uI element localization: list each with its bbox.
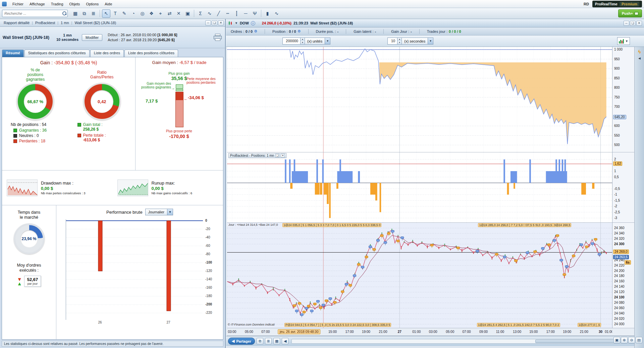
- vertical-line-icon[interactable]: ┋: [232, 9, 241, 18]
- tab-statistiques-des-positions-cl-tur-es[interactable]: Statistiques des positions clôturées: [24, 50, 90, 57]
- menu-fichier[interactable]: Fichier: [9, 1, 26, 7]
- chart-restore-button[interactable]: ❏: [630, 21, 636, 26]
- x-tick: 07:00: [261, 330, 270, 334]
- alarm-icon[interactable]: ◔: [129, 9, 138, 18]
- winrate-title: % de positions gagnantes: [2, 67, 69, 82]
- chart-type-button[interactable]: ▼: [617, 37, 630, 45]
- zoom-out-icon[interactable]: ⊖: [628, 337, 635, 343]
- symbol-label[interactable]: DOW: [240, 21, 249, 25]
- segment-icon[interactable]: ─: [241, 9, 250, 18]
- new-chart-icon[interactable]: ▦: [71, 9, 79, 18]
- candles-icon[interactable]: ▮: [263, 9, 272, 18]
- quantity-stepper[interactable]: 200000 ▲▼: [282, 38, 305, 45]
- chart-scrollbar[interactable]: [291, 339, 641, 344]
- day-high-low-label: Jour : +Haut 24 314,5 +Bas 24 147,0: [228, 223, 278, 226]
- objects-icon[interactable]: ❖: [147, 9, 156, 18]
- search-box[interactable]: [2, 10, 68, 17]
- fast-order-icon[interactable]: ϟ: [638, 49, 641, 55]
- quantity-up-icon[interactable]: ▲: [301, 38, 305, 41]
- close-button[interactable]: ✕: [218, 20, 224, 25]
- search-input[interactable]: [2, 10, 68, 17]
- popout-icon[interactable]: ❏: [275, 154, 279, 157]
- trendline-icon[interactable]: ╱: [214, 9, 223, 18]
- worst-loss-label: Plus grosse perte: [156, 129, 203, 133]
- tab-r-sum-[interactable]: Résumé: [2, 50, 24, 57]
- list-view-icon[interactable]: ≣: [265, 338, 272, 344]
- performance-period-select[interactable]: Journalier ▼: [145, 209, 173, 215]
- menu-objets[interactable]: Objets: [66, 1, 83, 7]
- window-tab-3[interactable]: Wall Street ($2) (JUN-18): [72, 20, 118, 25]
- tab-liste-des-positions-cl-tur-es[interactable]: Liste des positions clôturées: [124, 50, 178, 57]
- positions-count: Nb de positions : 54: [2, 122, 69, 127]
- screenshot-icon[interactable]: ▣: [613, 337, 620, 343]
- window-tab-2[interactable]: 1 mn: [58, 20, 71, 25]
- share-button[interactable]: ◀ Partager: [228, 338, 255, 345]
- quantity-unit-select[interactable]: (x) unités ▼: [305, 38, 330, 45]
- x-tick: 15:00: [328, 330, 337, 334]
- horizontal-line-icon[interactable]: ┉: [223, 9, 232, 18]
- price-alt-badge: 24 263,5: [613, 255, 629, 259]
- price-plot[interactable]: Jour : +Haut 24 314,5 +Bas 24 147,0 1@24…: [227, 223, 612, 328]
- duration-down-icon[interactable]: ▼: [397, 41, 401, 45]
- menu-trading[interactable]: Trading: [48, 1, 66, 7]
- menu-affichage[interactable]: Affichage: [26, 1, 48, 7]
- zoom-icon[interactable]: ◎: [138, 9, 147, 18]
- push-button[interactable]: Push+: [618, 9, 642, 17]
- pointer-icon[interactable]: ↖: [102, 9, 110, 18]
- grid-view-icon[interactable]: ▦: [273, 338, 280, 344]
- indicator-icon[interactable]: ∿: [272, 9, 281, 18]
- quantity-down-icon[interactable]: ▼: [301, 41, 305, 45]
- duration-stepper[interactable]: 10 ▲▼: [387, 38, 402, 45]
- performance-yaxis: 0-20-40-60-80-100-120-140-160-180-200-22…: [204, 219, 218, 321]
- pitchfork-icon[interactable]: Ψ: [251, 9, 259, 18]
- lists-icon[interactable]: ≣: [89, 9, 98, 18]
- close-panel-icon[interactable]: ✕: [281, 154, 285, 157]
- info-icon[interactable]: i: [251, 21, 255, 25]
- position-settings-icon[interactable]: ⚙: [298, 29, 301, 33]
- equity-plot[interactable]: [227, 47, 612, 152]
- y-tick: 900: [614, 67, 620, 70]
- chart-close-button[interactable]: ✕: [636, 21, 642, 26]
- zigzag-icon[interactable]: ∿: [205, 9, 214, 18]
- tab-liste-des-ordres[interactable]: Liste des ordres: [90, 50, 124, 57]
- latent-gain-value: -: [375, 29, 376, 33]
- calendar-icon[interactable]: ▤: [636, 337, 642, 343]
- link-windows-icon[interactable]: ⧉: [80, 9, 89, 18]
- instrument-name: Wall Street ($2) (JUN-18): [3, 35, 53, 40]
- duration-unit-select[interactable]: (x) secondes ▼: [402, 38, 433, 45]
- y-tick: 24 180: [614, 274, 625, 278]
- delete-icon[interactable]: ✕: [174, 9, 183, 18]
- performance-plot[interactable]: [66, 219, 203, 320]
- gain-average-value: -6,57 $ / trade: [179, 60, 207, 65]
- compare-icon[interactable]: ⇄: [165, 9, 174, 18]
- chart-minimize-button[interactable]: ─: [624, 21, 629, 26]
- positions-yaxis: 210,5-0,5-1-1,5-2-2,5-31,62: [612, 152, 634, 223]
- zoom-in-icon[interactable]: ⊕: [621, 337, 628, 343]
- scroll-left-button[interactable]: ◀: [282, 338, 288, 344]
- positions-panel-tab[interactable]: ProBacktest - Positions: 1 mn ❏ ✕: [228, 153, 286, 158]
- gain-loss-diagram: Plus gros gain 35,56 $ Gain moyen des po…: [136, 70, 223, 160]
- menu-options[interactable]: Options: [83, 1, 102, 7]
- price-yaxis: 24 36024 34024 32024 30024 24024 22024 2…: [612, 223, 634, 328]
- symbol-dropdown-icon[interactable]: ▼: [235, 21, 238, 25]
- minimize-button[interactable]: ─: [205, 20, 211, 25]
- window-tab-0[interactable]: Rapport détaillé: [1, 20, 32, 25]
- y-tick: 24 200: [614, 269, 625, 273]
- perf-category: 26: [98, 321, 102, 324]
- crosshair-icon[interactable]: ⌖: [156, 9, 165, 18]
- modify-button[interactable]: Modifier: [82, 34, 102, 41]
- y-tick: 550: [614, 134, 620, 137]
- orders-settings-icon[interactable]: ⚙: [254, 29, 257, 33]
- print-icon[interactable]: [214, 34, 222, 41]
- sum-icon[interactable]: Σ: [196, 9, 205, 18]
- link-chart-icon[interactable]: ⧉: [257, 338, 263, 344]
- duration-up-icon[interactable]: ▲: [397, 38, 401, 41]
- rail-collapse-icon[interactable]: ◀: [638, 57, 641, 60]
- menu-aide[interactable]: Aide: [102, 1, 115, 7]
- window-tab-1[interactable]: ProBacktest: [33, 20, 57, 25]
- text-icon[interactable]: T: [111, 9, 119, 18]
- trash-icon[interactable]: ▣: [183, 9, 192, 18]
- draw-icon[interactable]: ✎: [120, 9, 128, 18]
- positions-plot[interactable]: ProBacktest - Positions: 1 mn ❏ ✕: [227, 152, 612, 223]
- restore-button[interactable]: ❏: [212, 20, 217, 25]
